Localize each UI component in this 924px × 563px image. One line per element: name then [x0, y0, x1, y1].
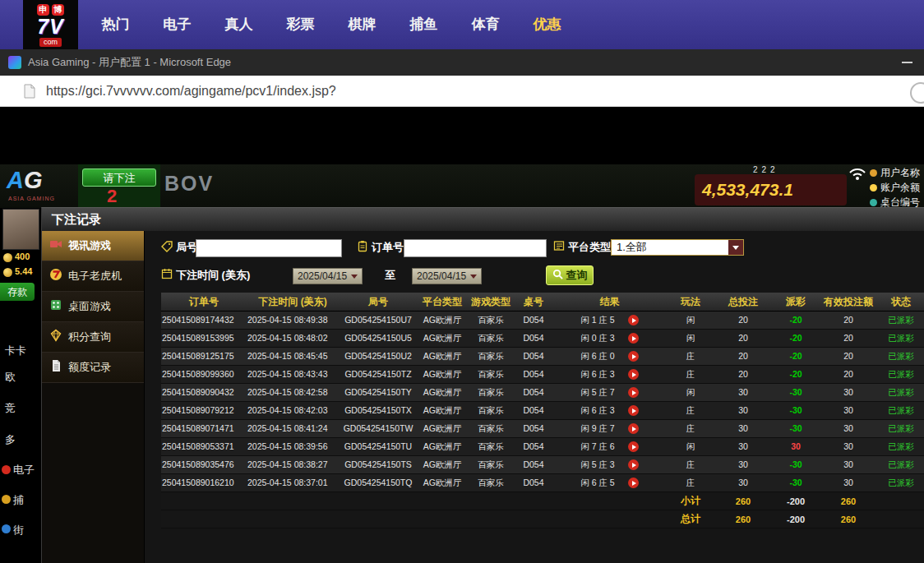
cell-round-id: GD054254150U5	[339, 330, 418, 347]
search-button[interactable]: 查询	[546, 265, 594, 285]
replay-play-icon[interactable]	[628, 387, 639, 398]
sidebar-item-label: 额度记录	[68, 360, 111, 375]
cell-game-type: 百家乐	[467, 420, 515, 437]
lobby-item-ou[interactable]: 欧	[5, 370, 16, 385]
cell-payout: 30	[772, 438, 820, 455]
cell-round-id: GD054254150TZ	[339, 366, 418, 383]
cell-payout: -30	[772, 474, 820, 491]
lobby-item-duo[interactable]: 多	[5, 432, 16, 447]
lobby-item-kaka[interactable]: 卡卡	[5, 344, 26, 358]
lobby-item-dianzi[interactable]: 电子	[13, 463, 35, 478]
chevron-down-icon[interactable]	[728, 240, 743, 255]
round-id-input[interactable]	[196, 239, 342, 257]
cell-round-id: GD054254150TQ	[339, 474, 418, 491]
cell-result: 闲 0 庄 3	[552, 330, 667, 347]
date-from-select[interactable]: 2025/04/15	[293, 268, 363, 284]
cell-game-type: 百家乐	[467, 456, 515, 473]
col-valid-bet: 有效投注额	[820, 293, 877, 311]
sidebar-item-credit-records[interactable]: 额度记录	[42, 353, 144, 383]
replay-play-icon[interactable]	[628, 405, 639, 416]
sidebar-item-label: 桌面游戏	[68, 299, 111, 314]
platform-type-label: 平台类型	[568, 239, 611, 256]
replay-play-icon[interactable]	[628, 478, 639, 488]
replay-play-icon[interactable]	[628, 315, 639, 325]
cell-play: 庄	[667, 348, 714, 365]
deposit-button[interactable]: 存款	[0, 283, 35, 301]
cell-play: 闲	[667, 384, 714, 401]
order-id-label: 订单号	[372, 239, 404, 256]
cell-order-id: 250415089090432	[161, 384, 247, 401]
cell-bet-time: 2025-04-15 08:48:02	[247, 330, 339, 347]
cell-round-id: GD054254150TY	[339, 384, 418, 401]
nav-item-sports[interactable]: 体育	[455, 0, 516, 49]
cell-game-type: 百家乐	[467, 366, 515, 383]
ag-logo-caption: ASIA GAMING	[8, 196, 55, 201]
lobby-item-jie[interactable]: 街	[13, 523, 24, 538]
cell-play: 庄	[667, 402, 714, 419]
replay-play-icon[interactable]	[628, 441, 639, 452]
cell-play: 闲	[667, 311, 714, 329]
site-logo[interactable]: 申 博 7V com	[23, 0, 78, 49]
cell-total-bet: 20	[714, 311, 772, 329]
col-table-no: 桌号	[515, 293, 552, 311]
cell-valid-bet: 30	[820, 456, 877, 473]
cell-result: 闲 7 庄 6	[552, 438, 667, 455]
subtotal-total-bet: 260	[714, 496, 772, 506]
lobby-item-jing[interactable]: 竞	[5, 401, 16, 416]
cell-play: 庄	[667, 366, 714, 383]
nav-item-slots[interactable]: 电子	[146, 0, 208, 49]
cell-platform: AG欧洲厅	[418, 384, 467, 401]
platform-type-select[interactable]: 1.全部	[611, 239, 744, 256]
cell-round-id: GD054254150TS	[339, 456, 418, 473]
cell-status: 已派彩	[877, 420, 924, 437]
cell-table-no: D054	[515, 438, 552, 455]
cell-play: 闲	[667, 330, 714, 347]
cell-bet-time: 2025-04-15 08:45:45	[247, 348, 339, 365]
minimize-icon[interactable]	[902, 62, 912, 63]
cell-round-id: GD054254150U2	[339, 348, 418, 365]
table-body: 250415089174432 2025-04-15 08:49:38 GD05…	[161, 311, 924, 492]
logo-badge-shen: 申	[37, 4, 49, 16]
replay-play-icon[interactable]	[628, 333, 639, 344]
cell-platform: AG欧洲厅	[418, 474, 467, 491]
nav-item-hot[interactable]: 热门	[85, 0, 146, 49]
nav-item-board[interactable]: 棋牌	[331, 0, 393, 49]
cell-status: 已派彩	[877, 384, 924, 401]
url-text[interactable]: https://gci.7vvvvvv.com/agingame/pcv1/in…	[46, 76, 336, 106]
replay-play-icon[interactable]	[628, 369, 639, 380]
result-text: 闲 5 庄 3	[580, 456, 614, 473]
page-icon[interactable]	[23, 84, 36, 102]
cell-bet-time: 2025-04-15 08:41:24	[247, 420, 339, 437]
cell-status: 已派彩	[877, 474, 924, 491]
cell-platform: AG欧洲厅	[418, 402, 467, 419]
nav-item-fishing[interactable]: 捕鱼	[393, 0, 455, 49]
replay-play-icon[interactable]	[628, 423, 639, 434]
date-to-select[interactable]: 2025/04/15	[412, 268, 482, 284]
sidebar-item-points-query[interactable]: 积分查询	[42, 322, 144, 353]
cell-payout: -20	[772, 311, 820, 329]
nav-item-lottery[interactable]: 彩票	[270, 0, 331, 49]
cell-valid-bet: 30	[820, 402, 877, 419]
slot-seven-icon	[49, 268, 62, 284]
cell-order-id: 250415089174432	[161, 311, 247, 329]
cell-table-no: D054	[515, 311, 552, 329]
order-id-input[interactable]	[404, 239, 547, 257]
avatar[interactable]	[2, 209, 39, 250]
sidebar-item-slots[interactable]: 电子老虎机	[42, 261, 144, 292]
replay-play-icon[interactable]	[628, 459, 639, 470]
sidebar-item-video-games[interactable]: 视讯游戏	[42, 231, 144, 261]
fishing-icon	[2, 495, 11, 504]
browser-action-icon[interactable]	[910, 82, 924, 104]
cell-status: 已派彩	[877, 311, 924, 329]
cell-valid-bet: 30	[820, 438, 877, 455]
nav-item-promo[interactable]: 优惠	[516, 0, 578, 49]
col-platform: 平台类型	[418, 293, 467, 311]
lobby-item-bu[interactable]: 捕	[13, 493, 24, 508]
replay-play-icon[interactable]	[628, 351, 639, 362]
place-bet-button[interactable]: 请下注	[82, 168, 156, 187]
result-text: 闲 6 庄 5	[580, 474, 614, 491]
sidebar-item-table-games[interactable]: 桌面游戏	[42, 292, 144, 322]
nav-item-live[interactable]: 真人	[208, 0, 270, 49]
subtotal-label: 小计	[667, 494, 714, 508]
cell-game-type: 百家乐	[467, 474, 515, 491]
